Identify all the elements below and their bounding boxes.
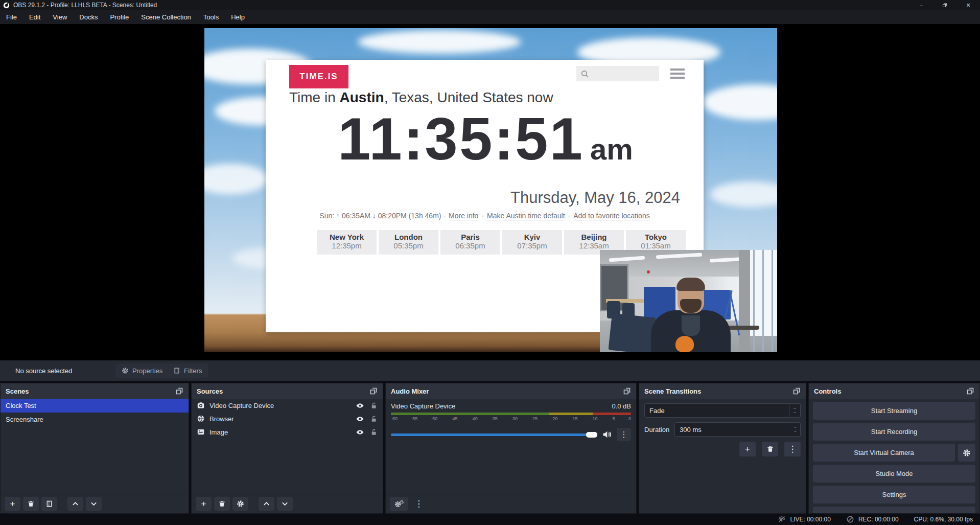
eye-icon[interactable] — [356, 415, 364, 423]
menu-docks[interactable]: Docks — [73, 10, 104, 24]
gear-icon — [237, 500, 244, 508]
menu-view[interactable]: View — [46, 10, 73, 24]
preview-canvas[interactable]: TIME.IS Time in Austin, Texas, United St… — [204, 28, 777, 352]
cloud — [358, 30, 521, 54]
scene-down-button[interactable] — [86, 497, 102, 511]
scene-item-clock-test[interactable]: Clock Test — [1, 399, 189, 413]
trash-icon — [766, 445, 774, 453]
popout-icon[interactable] — [966, 387, 974, 395]
dock-area: Scenes Clock Test Screenshare + Sources … — [0, 383, 980, 514]
stream-inactive-icon — [778, 515, 786, 523]
restore-button[interactable] — [933, 0, 956, 10]
transition-menu-button[interactable]: ⋮ — [784, 442, 801, 456]
source-row-image[interactable]: Image — [192, 425, 383, 439]
volume-slider[interactable] — [391, 433, 597, 436]
remove-source-button[interactable] — [214, 497, 230, 511]
webcam-overlay[interactable] — [600, 250, 777, 352]
start-streaming-button[interactable]: Start Streaming — [813, 402, 975, 420]
make-default-link[interactable]: Make Austin time default — [487, 212, 565, 220]
globe-icon — [197, 415, 205, 423]
remove-transition-button[interactable] — [762, 442, 778, 456]
city-tile[interactable]: London05:35pm — [379, 230, 438, 255]
volume-slider-handle[interactable] — [586, 432, 597, 438]
mixer-menu-button[interactable]: ⋮ — [411, 497, 427, 511]
menu-help[interactable]: Help — [225, 10, 251, 24]
more-info-link[interactable]: More info — [449, 212, 478, 220]
date-display: Thursday, May 16, 2024 — [510, 189, 680, 207]
menu-edit[interactable]: Edit — [23, 10, 46, 24]
search-icon — [580, 70, 589, 78]
chevron-down-icon — [281, 500, 289, 508]
scene-up-button[interactable] — [67, 497, 83, 511]
duration-label: Duration — [644, 426, 669, 433]
source-row-video-capture[interactable]: Video Capture Device — [192, 399, 383, 412]
filters-button[interactable]: Filters — [167, 363, 208, 378]
speaker-icon[interactable] — [602, 429, 612, 440]
popout-icon[interactable] — [175, 387, 183, 395]
exit-button[interactable]: Exit — [813, 507, 975, 513]
popout-icon[interactable] — [792, 387, 801, 395]
scene-filters-button[interactable] — [41, 497, 57, 511]
menu-file[interactable]: File — [0, 10, 23, 24]
source-properties-button[interactable] — [232, 497, 248, 511]
window-title: OBS 29.1.2 - Profile: LLHLS BETA - Scene… — [13, 2, 157, 9]
city-tile[interactable]: Paris06:35pm — [440, 230, 500, 255]
spin-down-icon[interactable] — [793, 430, 798, 433]
eye-icon[interactable] — [356, 401, 364, 410]
duration-input[interactable]: 300 ms — [674, 422, 801, 437]
cloud — [204, 164, 268, 194]
sources-panel: Sources Video Capture Device Browser Ima… — [191, 383, 383, 514]
mixer-db-value: 0.0 dB — [612, 402, 631, 410]
city-tile[interactable]: Kyiv07:35pm — [502, 230, 562, 255]
source-up-button[interactable] — [259, 497, 274, 511]
properties-button[interactable]: Properties — [115, 363, 169, 378]
close-button[interactable]: ✕ — [956, 0, 980, 10]
studio-mode-button[interactable]: Studio Mode — [813, 465, 975, 483]
remove-scene-button[interactable] — [23, 497, 39, 511]
eye-icon[interactable] — [356, 428, 364, 437]
scene-item-screenshare[interactable]: Screenshare — [1, 413, 189, 426]
add-favorite-link[interactable]: Add to favorite locations — [573, 212, 649, 220]
mixer-channel-menu-button[interactable]: ⋮ — [617, 428, 631, 441]
search-input[interactable] — [576, 66, 659, 81]
clock-display: 11:35:51 am — [286, 105, 685, 173]
cloud — [710, 181, 777, 207]
popout-icon[interactable] — [369, 387, 378, 395]
gear-icon — [963, 449, 971, 457]
menu-scene-collection[interactable]: Scene Collection — [135, 10, 197, 24]
cloud — [703, 84, 777, 120]
city-tile[interactable]: New York12:35pm — [317, 230, 377, 255]
camera-icon — [197, 401, 205, 409]
timeis-logo[interactable]: TIME.IS — [289, 65, 348, 88]
minimize-button[interactable]: – — [909, 0, 933, 10]
start-virtual-camera-button[interactable]: Start Virtual Camera — [813, 444, 955, 462]
hamburger-menu-icon[interactable] — [670, 69, 685, 79]
chevron-up-icon — [792, 407, 797, 410]
transition-select[interactable]: Fade — [644, 403, 801, 418]
chevron-down-icon — [90, 500, 98, 508]
menu-profile[interactable]: Profile — [104, 10, 135, 24]
spin-up-icon[interactable] — [793, 426, 798, 429]
lock-icon[interactable] — [370, 415, 378, 423]
popout-icon[interactable] — [623, 387, 631, 395]
virtual-camera-settings-button[interactable] — [958, 444, 975, 462]
record-inactive-icon — [846, 515, 854, 523]
lock-icon[interactable] — [370, 402, 378, 409]
settings-button[interactable]: Settings — [813, 486, 975, 504]
start-recording-button[interactable]: Start Recording — [813, 423, 975, 441]
add-scene-button[interactable]: + — [5, 497, 20, 511]
source-down-button[interactable] — [277, 497, 293, 511]
image-icon — [197, 428, 205, 436]
chevron-up-icon — [72, 500, 79, 508]
menu-tools[interactable]: Tools — [197, 10, 225, 24]
titlebar: OBS 29.1.2 - Profile: LLHLS BETA - Scene… — [0, 0, 980, 10]
add-source-button[interactable]: + — [196, 497, 212, 511]
lock-icon[interactable] — [370, 428, 378, 436]
live-timer: LIVE: 00:00:00 — [790, 516, 830, 523]
add-transition-button[interactable]: + — [739, 442, 756, 456]
advanced-audio-button[interactable] — [390, 497, 408, 511]
scene-transitions-panel: Scene Transitions Fade Duration 300 ms + — [639, 383, 806, 514]
source-row-browser[interactable]: Browser — [192, 412, 383, 425]
controls-title: Controls — [814, 387, 841, 395]
filters-icon — [45, 500, 53, 508]
